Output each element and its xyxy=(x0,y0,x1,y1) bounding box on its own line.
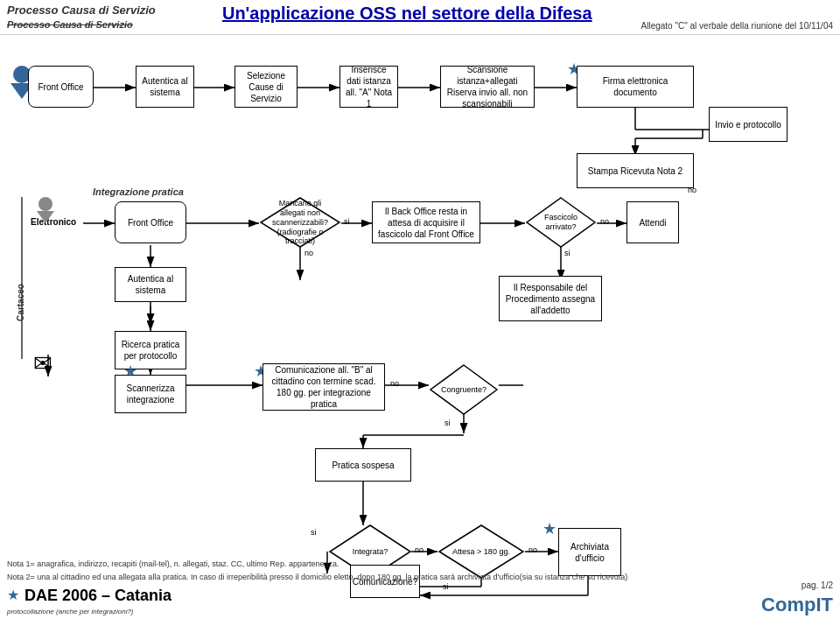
dae-label: DAE 2006 – Catania xyxy=(24,585,172,607)
front-office-2-box: Front Office xyxy=(115,201,186,243)
cartaceo-label: Cartaceo xyxy=(16,284,25,321)
congruente-diamond: Congruente? xyxy=(429,363,499,416)
scansione-box: Scansione istanza+allegati Riserva invio… xyxy=(440,66,535,108)
fascicolo-diamond-text: Fascicolo arrivato? xyxy=(532,213,590,232)
front-office-box: Front Office xyxy=(28,66,94,108)
mancano-diamond-text: Mancano gli allegati non scannerizzabili… xyxy=(267,199,332,246)
si-label-fascicolo: si xyxy=(564,249,570,257)
nota2-text: Nota 2= una al cittadino ed una allegata… xyxy=(7,572,761,583)
invio-box: Invio e protocollo xyxy=(709,107,788,142)
logo: Processo Causa di Servizio Processo Caus… xyxy=(7,4,173,31)
star-icon-footer: ★ xyxy=(7,586,19,605)
autentica-1-box: Autentica al sistema xyxy=(136,66,194,108)
si-label-integrata: si xyxy=(311,528,317,537)
si-label-congruente: si xyxy=(444,419,451,427)
allegato-label: Allegato "C" al verbale della riunione d… xyxy=(641,21,833,31)
resp-proc-box: Il Responsabile del Procedimento assegna… xyxy=(499,276,602,321)
pag-label: pag. 1/2 xyxy=(802,580,833,590)
no-label-integrata: no xyxy=(415,545,424,554)
footer-left: Nota 1= anagrafica, indirizzo, recapiti … xyxy=(7,559,761,617)
no-label-mancano: no xyxy=(304,249,313,257)
pratica-sospesa-box: Pratica sospesa xyxy=(315,448,411,482)
si-label-mancano: si xyxy=(344,217,350,226)
no-label-fascicolo: no xyxy=(600,217,609,226)
no-label-comm: no xyxy=(390,379,399,388)
selezione-box: Selezione Cause di Servizio xyxy=(234,66,298,108)
person-head-icon-2 xyxy=(38,197,52,211)
comunicazione-box: Comunicazione all. "B" al cittadino con … xyxy=(262,363,385,411)
footer-right-col: pag. 1/2 CompIT xyxy=(761,580,833,616)
header: Processo Causa di Servizio Processo Caus… xyxy=(0,0,840,35)
complt-label: CompIT xyxy=(761,594,833,616)
nota1-text: Nota 1= anagrafica, indirizzo, recapiti … xyxy=(7,559,761,570)
backoffice-box: Il Back Office resta in attesa di acquis… xyxy=(372,201,480,243)
inserisce-box: Inserisce dati istanza all. "A" Nota 1 xyxy=(340,66,398,108)
mancano-diamond: Mancano gli allegati non scannerizzabili… xyxy=(259,196,341,249)
no-label-top: no xyxy=(688,186,696,194)
star-icon-arch: ★ xyxy=(542,519,556,538)
autentica-2-box: Autentica al sistema xyxy=(115,267,186,302)
scannerizza-box: Scannerizza integrazione xyxy=(115,375,186,413)
flowchart-area: Front Office Autentica al sistema Selezi… xyxy=(0,35,840,620)
protocollazione-text: protocollazione (anche per integrazioni?… xyxy=(7,607,761,616)
no-label-attesa: no xyxy=(528,545,537,554)
footer-dae-row: ★ DAE 2006 – Catania xyxy=(7,585,761,607)
cartaceo-brace xyxy=(12,197,23,359)
attendi-box: Attendi xyxy=(626,201,679,243)
page-title: Un'applicazione OSS nel settore della Di… xyxy=(173,4,641,24)
integrazione-heading: Integrazione pratica xyxy=(93,186,184,197)
footer: Nota 1= anagrafica, indirizzo, recapiti … xyxy=(0,555,840,621)
stampa-box: Stampa Ricevuta Nota 2 xyxy=(577,153,694,188)
envelope-icon: ✉ xyxy=(33,350,52,377)
person-body-icon-2 xyxy=(37,211,54,223)
elettronico-person xyxy=(37,197,54,223)
firma-box: Firma elettronica documento xyxy=(577,66,694,108)
congruente-diamond-text: Congruente? xyxy=(436,385,492,395)
fascicolo-diamond: Fascicolo arrivato? xyxy=(525,196,597,249)
